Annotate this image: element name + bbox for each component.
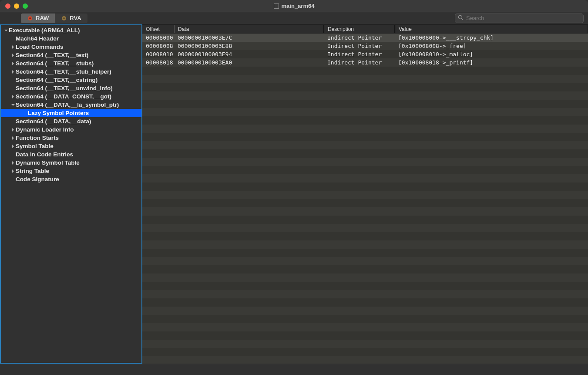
chevron-right-icon[interactable] xyxy=(10,70,16,74)
bottom-bar xyxy=(0,364,588,375)
tree-row-label: Section64 (__DATA,__la_symbol_ptr) xyxy=(16,101,119,108)
chevron-right-icon[interactable] xyxy=(10,128,16,132)
tree-row-label: Section64 (__DATA_CONST,__got) xyxy=(16,93,111,100)
chevron-right-icon[interactable] xyxy=(10,54,16,57)
tree-row[interactable]: Section64 (__TEXT,__text) xyxy=(1,51,141,59)
table-header: Offset Data Description Value xyxy=(142,24,588,34)
table-row[interactable]: 000080080000000100003E88Indirect Pointer… xyxy=(142,42,588,50)
cell-value: [0x100008000->___strcpy_chk] xyxy=(395,34,588,41)
tree-row[interactable]: Data in Code Entries xyxy=(1,150,141,159)
tree-row[interactable]: Code Signature xyxy=(1,175,141,183)
app-window: main_arm64 RAW RVA xyxy=(0,0,588,375)
table-row[interactable]: 000080000000000100003E7CIndirect Pointer… xyxy=(142,34,588,42)
sidebar: Executable (ARM64_ALL)Mach64 HeaderLoad … xyxy=(0,24,142,364)
cell-value: [0x100008018->_printf] xyxy=(395,59,588,66)
col-header-description[interactable]: Description xyxy=(324,25,395,33)
tree-row-label: Function Starts xyxy=(16,135,59,141)
tree-row[interactable]: Dynamic Symbol Table xyxy=(1,159,141,167)
cell-offset: 00008018 xyxy=(142,59,174,66)
svg-point-3 xyxy=(63,17,65,19)
raw-mode-button[interactable]: RAW xyxy=(21,14,55,23)
cell-description: Indirect Pointer xyxy=(324,43,395,49)
body: Executable (ARM64_ALL)Mach64 HeaderLoad … xyxy=(0,24,588,364)
tree-row[interactable]: Mach64 Header xyxy=(1,34,141,43)
cell-data: 0000000100003E88 xyxy=(174,43,324,49)
raw-icon xyxy=(27,16,33,21)
table-row[interactable]: 000080180000000100003EA0Indirect Pointer… xyxy=(142,58,588,67)
table-body: 000080000000000100003E7CIndirect Pointer… xyxy=(142,34,588,364)
rva-label: RVA xyxy=(70,15,81,21)
tree-row-label: String Table xyxy=(16,168,49,174)
cell-offset: 00008000 xyxy=(142,34,174,41)
tree-row-label: Symbol Table xyxy=(16,143,54,149)
document-icon xyxy=(274,3,279,9)
chevron-right-icon[interactable] xyxy=(10,161,16,165)
traffic-lights xyxy=(5,3,28,9)
chevron-down-icon[interactable] xyxy=(10,103,16,107)
rva-mode-button[interactable]: RVA xyxy=(55,14,87,23)
search-input[interactable] xyxy=(466,15,581,21)
window-title: main_arm64 xyxy=(0,3,588,9)
chevron-right-icon[interactable] xyxy=(10,169,16,173)
tree-row[interactable]: Function Starts xyxy=(1,134,141,142)
main-panel: Offset Data Description Value 0000800000… xyxy=(142,24,588,364)
tree-row-label: Section64 (__TEXT,__stub_helper) xyxy=(16,68,111,75)
svg-point-4 xyxy=(459,15,462,19)
maximize-button[interactable] xyxy=(23,3,28,9)
minimize-button[interactable] xyxy=(14,3,19,9)
tree-row-label: Section64 (__TEXT,__cstring) xyxy=(16,77,97,83)
cell-data: 0000000100003E7C xyxy=(174,34,324,41)
tree-row-label: Section64 (__TEXT,__text) xyxy=(16,52,88,58)
tree-row[interactable]: Section64 (__TEXT,__stub_helper) xyxy=(1,68,141,76)
search-icon xyxy=(458,15,464,22)
rva-icon xyxy=(61,16,67,21)
tree-row[interactable]: Symbol Table xyxy=(1,142,141,150)
col-header-data[interactable]: Data xyxy=(174,25,324,33)
tree-row[interactable]: Section64 (__DATA_CONST,__got) xyxy=(1,92,141,101)
cell-value: [0x100008010->_malloc] xyxy=(395,51,588,57)
close-button[interactable] xyxy=(5,3,10,9)
tree-row[interactable]: Load Commands xyxy=(1,43,141,51)
col-header-value[interactable]: Value xyxy=(395,25,588,33)
tree-row[interactable]: Section64 (__TEXT,__stubs) xyxy=(1,59,141,68)
chevron-right-icon[interactable] xyxy=(10,62,16,65)
toolbar: RAW RVA xyxy=(0,12,588,24)
cell-description: Indirect Pointer xyxy=(324,51,395,57)
tree: Executable (ARM64_ALL)Mach64 HeaderLoad … xyxy=(1,25,141,183)
tree-row-label: Executable (ARM64_ALL) xyxy=(9,27,80,34)
chevron-right-icon[interactable] xyxy=(10,45,16,49)
tree-row[interactable]: Section64 (__DATA,__la_symbol_ptr) xyxy=(1,101,141,109)
tree-row[interactable]: String Table xyxy=(1,167,141,175)
tree-row-label: Section64 (__DATA,__data) xyxy=(16,118,91,125)
tree-row-label: Lazy Symbol Pointers xyxy=(28,110,89,116)
tree-row[interactable]: Executable (ARM64_ALL) xyxy=(1,26,141,34)
address-mode-segment: RAW RVA xyxy=(21,14,87,23)
svg-line-5 xyxy=(462,18,464,20)
tree-row[interactable]: Dynamic Loader Info xyxy=(1,125,141,134)
tree-row-label: Section64 (__TEXT,__unwind_info) xyxy=(16,85,113,91)
svg-point-1 xyxy=(29,17,31,19)
tree-row[interactable]: Lazy Symbol Pointers xyxy=(1,109,141,117)
cell-value: [0x100008008->_free] xyxy=(395,43,588,49)
tree-row-label: Mach64 Header xyxy=(16,35,59,42)
chevron-right-icon[interactable] xyxy=(10,145,16,148)
raw-label: RAW xyxy=(36,15,49,21)
chevron-right-icon[interactable] xyxy=(10,136,16,140)
table-row[interactable]: 000080100000000100003E94Indirect Pointer… xyxy=(142,50,588,58)
tree-row[interactable]: Section64 (__DATA,__data) xyxy=(1,117,141,125)
chevron-down-icon[interactable] xyxy=(3,29,9,32)
col-header-offset[interactable]: Offset xyxy=(142,25,174,33)
titlebar: main_arm64 xyxy=(0,0,588,12)
cell-data: 0000000100003EA0 xyxy=(174,59,324,66)
tree-row-label: Load Commands xyxy=(16,44,64,50)
cell-data: 0000000100003E94 xyxy=(174,51,324,57)
tree-row[interactable]: Section64 (__TEXT,__unwind_info) xyxy=(1,84,141,92)
cell-description: Indirect Pointer xyxy=(324,59,395,66)
tree-row[interactable]: Section64 (__TEXT,__cstring) xyxy=(1,76,141,84)
chevron-right-icon[interactable] xyxy=(10,95,16,98)
tree-row-label: Dynamic Symbol Table xyxy=(16,159,80,166)
cell-offset: 00008010 xyxy=(142,51,174,57)
window-title-text: main_arm64 xyxy=(282,3,315,9)
search-box[interactable] xyxy=(455,14,584,23)
tree-row-label: Section64 (__TEXT,__stubs) xyxy=(16,60,94,67)
